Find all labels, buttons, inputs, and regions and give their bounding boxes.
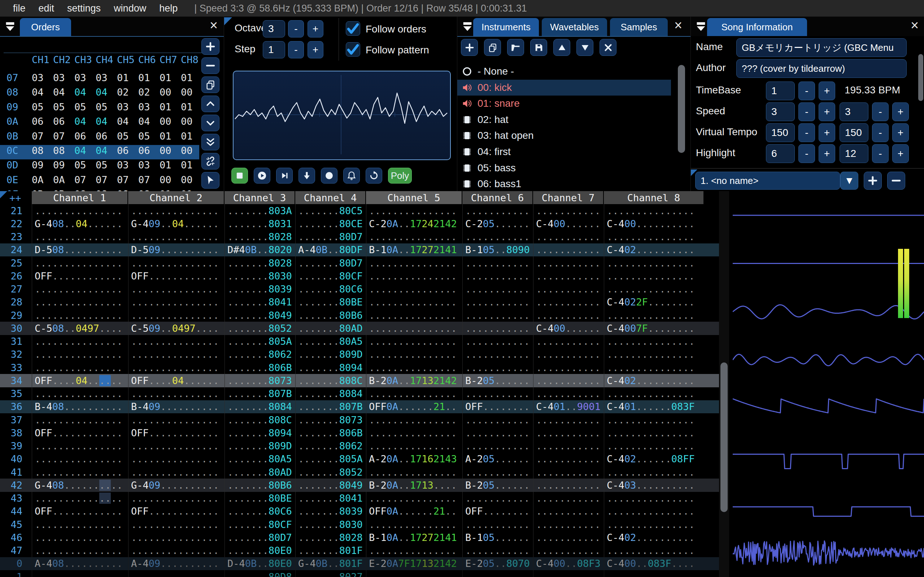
pattern-cell[interactable]: B-20A..1713.... — [366, 479, 462, 492]
pattern-cell[interactable]: .......8073 — [225, 374, 295, 387]
pattern-cell[interactable]: ............... — [32, 570, 128, 577]
pattern-cell[interactable]: .......80C6 — [295, 283, 366, 296]
channel-header-6[interactable]: Channel 6 — [462, 191, 533, 204]
pattern-cell[interactable]: ........... — [462, 335, 533, 348]
repeat-button[interactable] — [366, 168, 382, 184]
subsong-dropdown[interactable]: 1. <no name> — [695, 172, 840, 190]
pattern-cell[interactable]: C-402.......... — [604, 531, 704, 544]
pattern-cell[interactable]: ........... — [533, 256, 604, 269]
timebase-increase-button[interactable]: + — [819, 82, 835, 100]
follow-pattern-checkbox[interactable] — [346, 42, 360, 56]
pattern-cell[interactable]: .......8084 — [225, 400, 295, 413]
pattern-cell[interactable]: .......8027 — [295, 570, 366, 577]
orders-cell[interactable]: 05 — [74, 102, 86, 113]
pattern-cell[interactable]: ............... — [366, 309, 462, 322]
pattern-cell[interactable]: A-205...... — [462, 453, 533, 466]
pattern-row-27[interactable]: 27.....................................8… — [0, 283, 719, 296]
pattern-cell[interactable]: .......8031 — [225, 217, 295, 230]
orders-cell[interactable]: 02 — [117, 87, 129, 98]
pattern-cell[interactable]: ............... — [128, 348, 225, 361]
orders-cell[interactable]: 04 — [74, 87, 86, 98]
pattern-cell[interactable]: ............... — [604, 570, 704, 577]
pattern-cell[interactable]: .......801F — [295, 544, 366, 557]
pattern-cell[interactable]: ........... — [533, 283, 604, 296]
pattern-cell[interactable]: ............... — [128, 531, 225, 544]
orders-cell[interactable]: 01 — [117, 72, 129, 83]
orders-cell[interactable]: 08 — [32, 145, 44, 156]
pattern-row-33[interactable]: 33.....................................8… — [0, 361, 719, 374]
instrument-list-item[interactable]: 04: first — [457, 144, 671, 160]
speed1-increase-button[interactable]: + — [819, 102, 835, 121]
pattern-cell[interactable]: ............... — [32, 440, 128, 453]
pattern-cell[interactable]: ............... — [128, 453, 225, 466]
pattern-cell[interactable]: .......8041 — [225, 296, 295, 309]
pattern-cell[interactable]: ........... — [462, 440, 533, 453]
instruments-scrollbar[interactable] — [678, 65, 685, 153]
pattern-cell[interactable]: ............... — [604, 283, 704, 296]
pattern-cell[interactable]: ............... — [366, 230, 462, 243]
pattern-cell[interactable]: .......8094 — [295, 361, 366, 374]
pattern-cell[interactable]: C-400.......... — [604, 217, 704, 230]
subsong-add-button[interactable] — [864, 172, 882, 190]
pattern-cell[interactable]: ............... — [604, 440, 704, 453]
pattern-cell[interactable]: ............... — [32, 204, 128, 217]
orders-cell[interactable]: 06 — [138, 145, 150, 156]
pattern-cell[interactable]: .......809D — [225, 440, 295, 453]
pattern-cell[interactable]: C-401......083F — [604, 400, 704, 413]
highlight2-input[interactable]: 12 — [840, 144, 868, 163]
menu-item-settings[interactable]: settings — [67, 3, 101, 14]
collapse-icon[interactable] — [461, 20, 474, 32]
highlight2-increase-button[interactable]: + — [892, 144, 909, 163]
pattern-cell[interactable]: ........... — [462, 283, 533, 296]
pattern-cell[interactable]: .......803A — [225, 204, 295, 217]
pattern-cell[interactable]: C-400...... — [533, 322, 604, 335]
instrument-list-item[interactable]: 00: kick — [457, 80, 671, 95]
pattern-cell[interactable]: .......807B — [225, 387, 295, 400]
instrument-move-up-button[interactable] — [553, 39, 570, 56]
pattern-cell[interactable]: C-509..0497.... — [128, 322, 225, 335]
orders-cell[interactable]: 04 — [117, 116, 129, 127]
pattern-cell[interactable]: ............... — [128, 466, 225, 479]
orders-cell[interactable]: 04 — [74, 145, 86, 156]
speed1-input[interactable]: 3 — [766, 102, 795, 121]
collapse-icon[interactable] — [695, 20, 708, 32]
step-decrease-button[interactable]: - — [288, 41, 304, 58]
vtempo2-input[interactable]: 150 — [840, 123, 868, 142]
pattern-row-28[interactable]: 28.....................................8… — [0, 296, 719, 309]
pattern-cell[interactable]: .......8030 — [225, 269, 295, 282]
orders-cell[interactable]: 09 — [32, 160, 44, 171]
pattern-cell[interactable]: ............... — [128, 413, 225, 426]
pattern-cell[interactable]: OFF............ — [32, 269, 128, 282]
orders-cell[interactable]: 05 — [117, 131, 129, 142]
pattern-row-44[interactable]: 44OFF............OFF...................8… — [0, 505, 719, 518]
pattern-cell[interactable]: OFF0A......21.. — [366, 400, 462, 413]
pattern-row-41[interactable]: 41.....................................8… — [0, 466, 719, 479]
pattern-row-35[interactable]: 35.....................................8… — [0, 387, 719, 400]
orders-row-08[interactable]: 080404040402020000 — [0, 87, 199, 101]
pattern-cell[interactable]: .......80A5 — [295, 335, 366, 348]
pattern-cell[interactable]: .......80BE — [295, 296, 366, 309]
pattern-cell[interactable]: B-10A..17272141 — [366, 243, 462, 256]
pattern-cell[interactable]: ........... — [462, 426, 533, 439]
orders-cell[interactable]: 07 — [96, 174, 108, 185]
pattern-cell[interactable]: .......8073 — [295, 413, 366, 426]
pattern-cell[interactable]: .......8030 — [295, 518, 366, 531]
pattern-cell[interactable]: ............... — [366, 544, 462, 557]
pattern-cell[interactable]: .......805A — [295, 453, 366, 466]
pattern-cell[interactable]: ........... — [533, 296, 604, 309]
pattern-cell[interactable]: ........... — [533, 453, 604, 466]
orders-cell[interactable]: 06 — [53, 116, 65, 127]
poly-input-button[interactable]: Poly — [388, 168, 412, 184]
pattern-cell[interactable]: ............... — [366, 387, 462, 400]
pattern-cell[interactable]: ............... — [366, 322, 462, 335]
pattern-cell[interactable]: ............... — [366, 413, 462, 426]
pattern-cell[interactable]: OFF....04...... — [128, 374, 225, 387]
pattern-cell[interactable]: ........... — [462, 413, 533, 426]
pattern-row-46[interactable]: 46.....................................8… — [0, 531, 719, 544]
orders-cell[interactable]: 03 — [138, 102, 150, 113]
pattern-cell[interactable]: C-402......08FF — [604, 453, 704, 466]
pattern-cell[interactable]: C-20A..17242142 — [366, 217, 462, 230]
pattern-cell[interactable]: ............... — [128, 518, 225, 531]
pattern-cell[interactable]: ........... — [533, 518, 604, 531]
pattern-cell[interactable]: ........... — [533, 531, 604, 544]
